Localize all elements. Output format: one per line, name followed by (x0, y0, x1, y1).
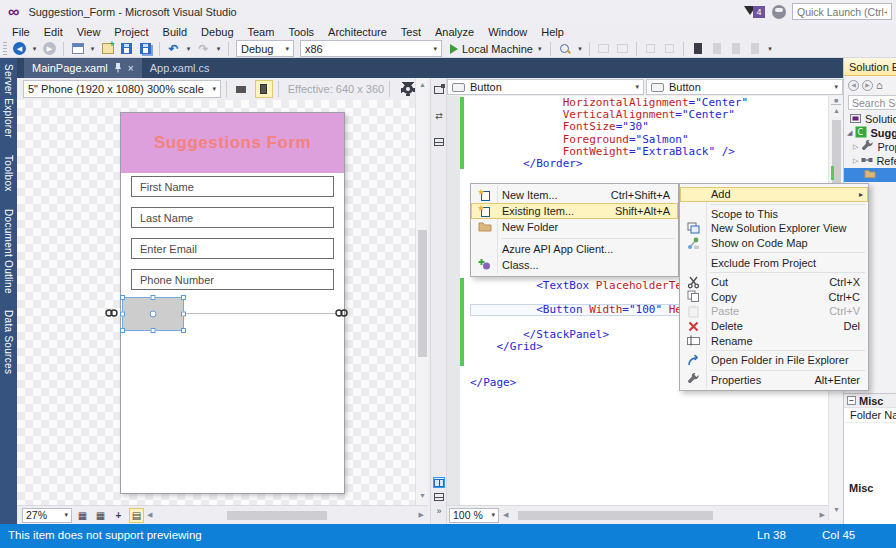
design-canvas[interactable]: Suggestions Form First NameLast NameEnte… (17, 100, 415, 505)
undo-dropdown[interactable]: ▾ (184, 41, 193, 57)
property-category-row[interactable]: − Misc (844, 394, 896, 408)
expander-icon[interactable]: ▷ (853, 143, 858, 151)
comment-button[interactable] (595, 41, 612, 57)
snap-grid-icon[interactable]: ▦ (93, 508, 108, 523)
menu-edit[interactable]: Edit (37, 25, 70, 39)
designer-code-splitter[interactable]: ⇄ » (430, 78, 447, 524)
code-line[interactable]: </Border> (470, 158, 826, 170)
start-debugging-button[interactable]: Local Machine ▾ (446, 41, 545, 57)
doc-tab-mainpage.xaml[interactable]: MainPage.xaml× (24, 58, 142, 78)
menu-item-azure-api-app-client[interactable]: Azure API App Client... (471, 241, 678, 257)
collapse-pane-icon[interactable]: » (433, 505, 445, 516)
split-view-icon[interactable] (433, 136, 445, 147)
increase-indent-button[interactable] (661, 41, 678, 57)
solution-search-input[interactable]: Search Solution Explorer (848, 95, 896, 110)
menu-item-cut[interactable]: CutCtrl+X (680, 275, 868, 290)
form-textbox-last-name[interactable]: Last Name (131, 207, 334, 228)
find-in-files-button[interactable] (556, 41, 573, 57)
notifications-flag-icon[interactable]: 4 (744, 4, 766, 20)
save-button[interactable] (118, 41, 135, 57)
menu-project[interactable]: Project (107, 25, 155, 39)
menu-team[interactable]: Team (241, 25, 282, 39)
menu-item-class[interactable]: Class... (471, 257, 678, 273)
toggle-bookmark-button[interactable] (689, 41, 706, 57)
swap-panes-icon[interactable]: ⇄ (433, 110, 445, 121)
editor-horizontal-scrollbar[interactable] (514, 510, 813, 521)
menu-item-new-item[interactable]: New Item...Ctrl+Shift+A (471, 187, 678, 203)
collapse-category-icon[interactable]: − (847, 396, 856, 405)
menu-build[interactable]: Build (156, 25, 194, 39)
glyph-margin[interactable] (447, 96, 460, 505)
menu-window[interactable]: Window (481, 25, 534, 39)
tool-tab-data-sources[interactable]: Data Sources (3, 310, 14, 374)
menu-debug[interactable]: Debug (194, 25, 240, 39)
menu-item-exclude-from-project[interactable]: Exclude From Project (680, 255, 868, 270)
solution-platform-dropdown[interactable]: x86▾ (300, 40, 442, 57)
menu-help[interactable]: Help (534, 25, 571, 39)
menu-view[interactable]: View (70, 25, 108, 39)
split-editor-grip[interactable]: ■ (831, 97, 841, 105)
form-textbox-enter-email[interactable]: Enter Email (131, 238, 334, 259)
menu-item-properties[interactable]: PropertiesAlt+Enter (680, 373, 868, 388)
tree-item-properties[interactable]: ▷Properties (844, 140, 896, 154)
designer-settings-gear-icon[interactable] (401, 82, 415, 96)
property-row-folder-name[interactable]: Folder Name (844, 408, 896, 423)
doc-tab-app.xaml.cs[interactable]: App.xaml.cs (142, 58, 218, 78)
artboard-background-toggle-icon[interactable]: ▤ (129, 508, 144, 523)
clear-bookmarks-button[interactable] (746, 41, 763, 57)
close-icon[interactable]: × (128, 63, 134, 74)
toolbar-grip[interactable] (3, 42, 7, 56)
device-selector-dropdown[interactable]: 5" Phone (1920 x 1080) 300% scale▾ (23, 80, 221, 98)
next-bookmark-button[interactable] (727, 41, 744, 57)
home-icon[interactable]: ⌂ (876, 79, 883, 91)
feedback-icon[interactable] (772, 5, 786, 19)
designer-vertical-scrollbar[interactable]: ▲ ▼ (415, 78, 428, 505)
solution-configuration-dropdown[interactable]: Debug▾ (236, 40, 294, 57)
menu-architecture[interactable]: Architecture (321, 25, 394, 39)
code-line[interactable] (470, 170, 826, 182)
pin-icon[interactable] (114, 62, 122, 75)
left-anchor-icon[interactable] (105, 307, 118, 319)
toolbar-overflow-dropdown[interactable]: ▾ (575, 41, 584, 57)
menu-item-rename[interactable]: Rename (680, 333, 868, 348)
snaplines-icon[interactable]: + (111, 508, 126, 523)
designer-hscroll-right-arrow[interactable]: ▶ (419, 511, 424, 519)
menu-item-add[interactable]: Add▸ (680, 187, 868, 202)
expander-icon[interactable]: ▷ (853, 157, 858, 165)
designer-hscroll-left-arrow[interactable]: ◀ (147, 511, 152, 519)
tool-tab-server-explorer[interactable]: Server Explorer (3, 64, 14, 138)
members-dropdown[interactable]: Button ▾ (646, 79, 843, 95)
decrease-indent-button[interactable] (642, 41, 659, 57)
editor-hscroll-left-arrow[interactable]: ◀ (503, 511, 508, 519)
menu-item-paste[interactable]: PasteCtrl+V (680, 304, 868, 319)
editor-hscroll-right-arrow[interactable]: ▶ (820, 511, 825, 519)
solution-explorer-title[interactable]: Solution Explorer (844, 58, 896, 76)
back-button[interactable]: ◀ (848, 80, 859, 91)
redo-dropdown[interactable]: ▾ (214, 41, 223, 57)
navigate-back-button[interactable]: ◀ (11, 41, 28, 57)
menu-item-existing-item[interactable]: Existing Item...Shift+Alt+A (471, 203, 678, 219)
landscape-orientation-button[interactable] (232, 80, 250, 98)
menu-tools[interactable]: Tools (281, 25, 321, 39)
tree-item-solution-suggestion-form[interactable]: Solution 'Suggestion_Form' (844, 112, 896, 126)
new-project-dropdown[interactable]: ▾ (88, 41, 97, 57)
menu-analyze[interactable]: Analyze (428, 25, 481, 39)
menu-item-copy[interactable]: CopyCtrl+C (680, 290, 868, 305)
tool-tab-document-outline[interactable]: Document Outline (3, 209, 14, 294)
save-all-button[interactable] (137, 41, 154, 57)
horizontal-split-toggle[interactable] (433, 491, 445, 502)
tree-item-selected-folder[interactable] (844, 168, 896, 182)
menu-test[interactable]: Test (394, 25, 428, 39)
menu-item-new-solution-explorer-view[interactable]: New Solution Explorer View (680, 221, 868, 236)
previous-bookmark-button[interactable] (708, 41, 725, 57)
forward-button[interactable]: ▶ (862, 80, 873, 91)
menu-item-delete[interactable]: DeleteDel (680, 319, 868, 334)
menu-item-new-folder[interactable]: New Folder (471, 219, 678, 235)
menu-item-open-folder-in-file-explorer[interactable]: Open Folder in File Explorer (680, 353, 868, 368)
selected-button-element[interactable] (122, 297, 184, 331)
menu-item-show-on-code-map[interactable]: Show on Code Map (680, 236, 868, 251)
center-handle[interactable] (150, 311, 157, 318)
toolbar-overflow2-dropdown[interactable]: ▾ (765, 41, 774, 57)
form-textbox-first-name[interactable]: First Name (131, 176, 334, 197)
form-header[interactable]: Suggestions Form (121, 113, 344, 173)
